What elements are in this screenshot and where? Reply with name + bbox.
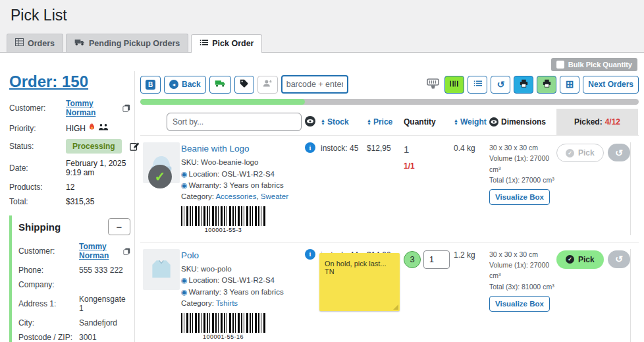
- phone-value: 555 333 222: [79, 266, 123, 275]
- picked-ratio: 1/1: [404, 161, 454, 171]
- priority-label: Priority:: [9, 124, 63, 133]
- add-user-button[interactable]: [257, 76, 278, 94]
- priority-row: Priority: HIGH: [9, 123, 130, 134]
- product-row-beanie: Beanie with Logo SKU: Woo-beanie-logo ◉L…: [140, 135, 639, 242]
- tag-button[interactable]: [234, 76, 254, 94]
- copy-icon[interactable]: [123, 248, 130, 255]
- dimensions-header[interactable]: Dimensions: [489, 117, 556, 127]
- status-row: Status: Processing: [9, 139, 130, 154]
- stock-cell: instock: 45: [321, 142, 367, 153]
- shipping-customer-link[interactable]: Tommy Norman: [79, 242, 121, 260]
- products-count-row: Products: 12: [9, 183, 130, 192]
- copy-icon[interactable]: [122, 104, 130, 112]
- printer-icon: [520, 79, 528, 90]
- undo-pick-button[interactable]: [608, 144, 630, 161]
- print-green-button[interactable]: [537, 76, 556, 94]
- date-row: Date: February 1, 2025 9:19 am: [9, 159, 130, 177]
- category-link[interactable]: Sweater: [261, 192, 288, 200]
- box-view-button[interactable]: [560, 76, 579, 94]
- pick-button[interactable]: Pick: [556, 250, 604, 269]
- category-link[interactable]: Tshirts: [216, 299, 238, 307]
- product-image: [143, 142, 180, 183]
- truck-icon: [74, 38, 85, 48]
- total-row: Total: $315,35: [9, 197, 130, 206]
- undo-pick-button[interactable]: [608, 250, 630, 268]
- visualize-box-button[interactable]: Visualize Box: [489, 189, 550, 205]
- date-label: Date:: [9, 163, 63, 173]
- pick-progress-fill: [140, 99, 305, 105]
- pick-order-panel: Bulk Pick Quantity Order: 150 Customer: …: [0, 53, 644, 342]
- bulk-pick-checkbox[interactable]: [556, 61, 564, 69]
- tab-orders[interactable]: Orders: [7, 34, 63, 52]
- product-location: Location: OSL-W1-R2-S4: [189, 170, 275, 178]
- tab-pending-pickup-orders[interactable]: Pending Pickup Orders: [66, 34, 188, 52]
- total-value: $315,35: [66, 197, 94, 206]
- quantity-cell: 11/1: [404, 142, 454, 171]
- tab-bar: Orders Pending Pickup Orders Pick Order: [0, 34, 644, 53]
- reset-button[interactable]: [491, 76, 510, 94]
- visibility-eye-icon[interactable]: [305, 116, 321, 128]
- info-icon[interactable]: i: [305, 142, 315, 153]
- next-orders-button[interactable]: Next Orders: [583, 76, 639, 94]
- flame-icon: [88, 123, 95, 134]
- undo-icon: [496, 79, 504, 90]
- truck-icon: [215, 79, 226, 90]
- warranty-icon: ◉: [181, 181, 188, 189]
- priority-value: HIGH: [66, 124, 86, 133]
- location-icon: ◉: [181, 170, 188, 178]
- bulk-pick-quantity-toggle[interactable]: Bulk Pick Quantity: [551, 58, 637, 71]
- products-table-header: ▲▼Stock ▲▼Price Quantity ▲▼Weight Dimens…: [140, 109, 639, 135]
- product-image: [143, 249, 180, 290]
- back-button[interactable]: Back: [164, 76, 206, 94]
- remaining-qty-badge: 3: [404, 251, 421, 268]
- b-icon: B: [146, 80, 155, 90]
- status-badge: Processing: [66, 139, 122, 154]
- postcode-value: 3001: [79, 333, 97, 342]
- pick-toolbar: B Back Next Orders: [140, 75, 639, 94]
- shipping-collapse-button[interactable]: −: [108, 218, 130, 235]
- shipping-section: Shipping − Customer: Tommy Norman Phone:…: [9, 215, 130, 342]
- sort-price-header[interactable]: ▲▼Price: [367, 117, 404, 127]
- picked-check-icon: [148, 165, 172, 188]
- sort-weight-header[interactable]: ▲▼Weight: [454, 117, 489, 127]
- box-button[interactable]: B: [140, 76, 161, 94]
- pick-button: Pick: [556, 144, 604, 162]
- check-circle-icon: [566, 255, 574, 264]
- product-barcode: 100001-55-3: [181, 206, 265, 235]
- category-link[interactable]: Accessories: [215, 192, 256, 200]
- shipment-button[interactable]: [209, 76, 231, 94]
- back-icon: [169, 80, 178, 89]
- product-name-link[interactable]: Beanie with Logo: [181, 142, 250, 156]
- quantity-header: Quantity: [404, 117, 454, 127]
- address1-value: Kongensgate 1: [79, 295, 130, 313]
- product-sku: SKU: Woo-beanie-logo: [181, 158, 258, 166]
- price-cell: $12,95: [367, 142, 404, 153]
- customer-link[interactable]: Tommy Norman: [66, 99, 120, 117]
- tab-label: Pick Order: [212, 39, 254, 48]
- tab-pick-order[interactable]: Pick Order: [191, 34, 262, 53]
- sort-stock-header[interactable]: ▲▼Stock: [321, 117, 367, 127]
- location-icon: ◉: [181, 276, 188, 284]
- barcode-input[interactable]: [281, 75, 348, 94]
- scan-mode-button[interactable]: [444, 76, 464, 94]
- visualize-box-button[interactable]: Visualize Box: [489, 296, 550, 312]
- dimensions-cell: 30 x 30 x 30 cm Volume (1x): 27000 cm³ T…: [489, 142, 556, 205]
- product-warranty: Warranty: 3 Years on fabrics: [189, 288, 284, 296]
- product-name-link[interactable]: Polo: [181, 249, 199, 262]
- scanner-icon[interactable]: [425, 77, 441, 92]
- order-title-link[interactable]: Order: 150: [9, 72, 88, 91]
- grid-icon: [566, 78, 574, 90]
- bulk-pick-label: Bulk Pick Quantity: [568, 61, 632, 69]
- check-circle-icon: [566, 149, 574, 157]
- category-label: Category:: [181, 299, 214, 307]
- print-blue-button[interactable]: [514, 76, 533, 94]
- sort-input[interactable]: [167, 113, 302, 131]
- list-view-button[interactable]: [468, 76, 487, 94]
- address1-label: Address 1:: [18, 299, 76, 308]
- order-sticky-note[interactable]: On hold, pick last... TN: [319, 253, 400, 311]
- pickers-icon[interactable]: [98, 123, 109, 133]
- sort-arrows-icon: ▲▼: [367, 119, 371, 125]
- quantity-input[interactable]: [423, 250, 450, 269]
- info-icon[interactable]: i: [305, 249, 315, 260]
- company-label: Company:: [18, 280, 76, 289]
